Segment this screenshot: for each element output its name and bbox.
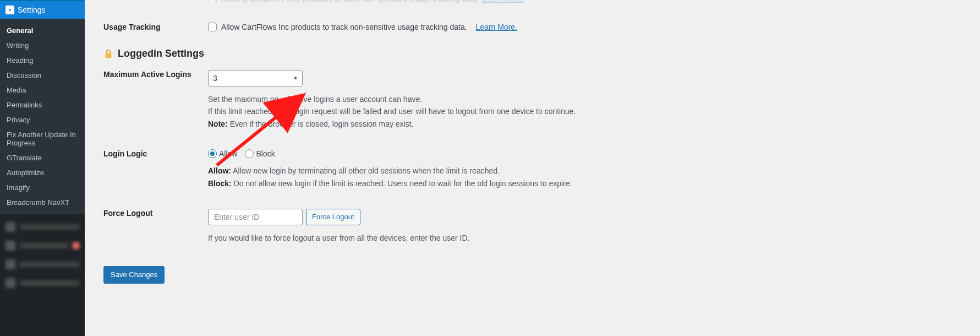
svg-rect-1 [106, 53, 112, 58]
learn-more-link[interactable]: Learn More. [482, 0, 523, 3]
sidebar-item-permalinks[interactable]: Permalinks [0, 97, 85, 112]
login-logic-block-option[interactable]: Block [245, 149, 275, 158]
sidebar-item-reading[interactable]: Reading [0, 53, 85, 68]
force-logout-userid-input[interactable] [208, 209, 303, 225]
section-loggedin-settings: Loggedin Settings [103, 48, 969, 59]
sidebar-item-autoptimize[interactable]: Autoptimize [0, 165, 85, 180]
max-logins-input[interactable]: 3 ▲▼ [208, 70, 303, 86]
admin-sidebar: Settings General Writing Reading Discuss… [0, 0, 85, 336]
sidebar-item-imagify[interactable]: Imagify [0, 180, 85, 195]
usage-tracking-cartflows-text: Allow CartFlows Inc products to track no… [221, 23, 467, 31]
sidebar-item-gtranslate[interactable]: GTranslate [0, 150, 85, 165]
section-title: Loggedin Settings [118, 48, 204, 59]
max-logins-desc2: If this limit reached, next login reques… [208, 105, 969, 117]
learn-more-cartflows-link[interactable]: Learn More. [476, 23, 517, 31]
allow-text: Allow new login by terminating all other… [231, 166, 500, 175]
row-label [98, 0, 208, 3]
login-logic-allow-radio[interactable] [208, 149, 217, 158]
row-label: Maximum Active Logins [98, 62, 208, 79]
note-text: Even if the browser is closed, login ses… [228, 120, 414, 128]
sidebar-item-media[interactable]: Media [0, 83, 85, 97]
usage-tracking-text: Allow Brainstorm Force products to track… [221, 0, 479, 3]
usage-tracking-cartflows-checkbox[interactable] [208, 23, 217, 31]
sidebar-item-breadcrumb-navxt[interactable]: Breadcrumb NavXT [0, 195, 85, 210]
settings-content: Allow Brainstorm Force products to track… [85, 0, 980, 336]
sidebar-item-discussion[interactable]: Discussion [0, 68, 85, 83]
svg-point-0 [9, 9, 11, 11]
max-logins-desc1: Set the maximum no. of active logins a u… [208, 93, 969, 105]
max-logins-value: 3 [213, 74, 217, 83]
save-changes-button[interactable]: Save Changes [103, 266, 165, 284]
settings-icon [6, 6, 14, 14]
login-logic-block-label: Block [256, 149, 275, 158]
sidebar-item-fix-update[interactable]: Fix Another Update In Progress [0, 127, 85, 150]
row-label: Force Logout [98, 200, 208, 218]
allow-label: Allow: [208, 166, 231, 175]
sidebar-item-writing[interactable]: Writing [0, 38, 85, 53]
row-force-logout: Force Logout Force Logout If you would l… [98, 200, 969, 244]
sidebar-item-general[interactable]: General [0, 23, 85, 38]
login-logic-allow-label: Allow [219, 149, 237, 158]
row-label: Usage Tracking [98, 14, 208, 31]
force-logout-button[interactable]: Force Logout [306, 209, 360, 225]
sidebar-header-settings[interactable]: Settings [0, 0, 85, 19]
block-text: Do not allow new login if the limit is r… [232, 179, 572, 188]
sidebar-other-items-blurred [0, 214, 85, 296]
login-logic-block-radio[interactable] [245, 149, 254, 158]
block-label: Block: [208, 179, 232, 188]
row-label: Login Logic [98, 141, 208, 158]
row-usage-tracking-brainstorm: Allow Brainstorm Force products to track… [98, 0, 969, 3]
lock-icon [103, 49, 113, 59]
row-login-logic: Login Logic Allow Block Allow: Allow new… [98, 141, 969, 189]
settings-submenu: General Writing Reading Discussion Media… [0, 19, 85, 214]
login-logic-allow-option[interactable]: Allow [208, 149, 237, 158]
row-maximum-active-logins: Maximum Active Logins 3 ▲▼ Set the maxim… [98, 62, 969, 130]
row-usage-tracking-cartflows: Usage Tracking Allow CartFlows Inc produ… [98, 14, 969, 31]
sidebar-header-label: Settings [18, 6, 46, 14]
force-logout-desc: If you would like to force logout a user… [208, 232, 969, 244]
usage-tracking-checkbox[interactable] [208, 0, 217, 3]
sidebar-item-privacy[interactable]: Privacy [0, 112, 85, 127]
note-label: Note: [208, 120, 228, 128]
